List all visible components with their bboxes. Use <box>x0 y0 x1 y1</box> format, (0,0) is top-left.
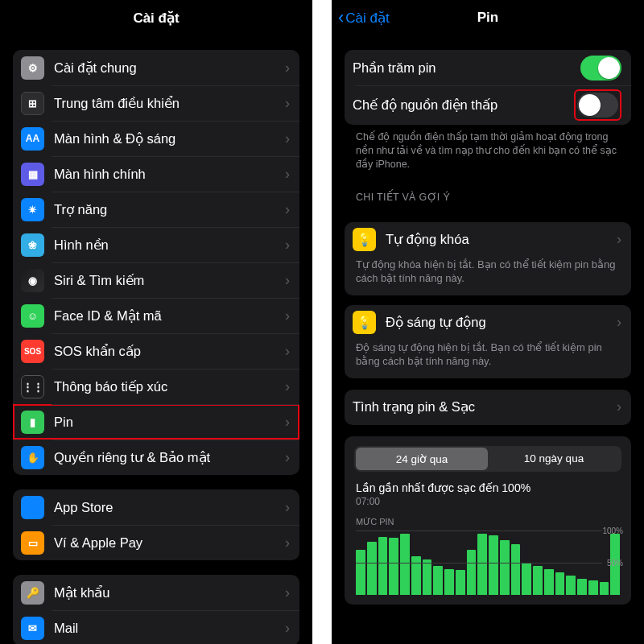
settings-row-label: Mật khẩu <box>54 585 285 601</box>
home-screen-icon: ▦ <box>21 163 44 186</box>
suggestion-autolock[interactable]: 💡 Tự động khóa › Tự động khóa hiện bị tắ… <box>345 222 631 295</box>
chevron-right-icon: › <box>285 201 290 218</box>
settings-row-label: Face ID & Mật mã <box>54 308 285 324</box>
faceid-icon: ☺ <box>21 304 44 328</box>
chart-bar <box>356 550 365 595</box>
chart-bar <box>423 559 432 595</box>
chart-bar <box>367 542 377 595</box>
settings-row-label: Siri & Tìm kiếm <box>54 273 285 288</box>
segment-10d[interactable]: 10 ngày qua <box>488 448 620 470</box>
settings-row-label: App Store <box>54 500 285 515</box>
chevron-right-icon: › <box>285 130 290 147</box>
chart-bar <box>467 550 477 595</box>
autobright-title: Độ sáng tự động <box>386 315 617 330</box>
settings-row-passwords[interactable]: 🔑Mật khẩu› <box>13 575 299 610</box>
settings-group: ⚙︎Cài đặt chung›⊞Trung tâm điều khiển›AA… <box>13 50 299 475</box>
chart-bar <box>577 579 587 595</box>
chart-bar <box>456 570 465 594</box>
settings-row-mail[interactable]: ✉︎Mail› <box>13 610 299 644</box>
settings-row-home-screen[interactable]: ▦Màn hình chính› <box>13 156 299 192</box>
chart-bar <box>500 540 510 595</box>
settings-row-control-center[interactable]: ⊞Trung tâm điều khiển› <box>13 85 299 121</box>
axis-50: 50% <box>607 559 623 568</box>
settings-row-label: Màn hình & Độ sáng <box>54 131 285 147</box>
chevron-right-icon: › <box>285 308 290 324</box>
appstore-icon <box>21 496 44 519</box>
settings-row-battery[interactable]: ▮Pin› <box>13 404 299 440</box>
settings-row-appstore[interactable]: App Store› <box>13 489 299 525</box>
chevron-right-icon: › <box>285 449 290 466</box>
settings-row-label: Màn hình chính <box>54 167 285 182</box>
battery-health-group: Tình trạng pin & Sạc › <box>345 390 631 425</box>
battery-title: Pin <box>477 10 498 26</box>
suggestion-autobright[interactable]: 💡 Độ sáng tự động › Độ sáng tự động hiện… <box>345 305 631 378</box>
chevron-right-icon: › <box>285 378 290 395</box>
back-label: Cài đặt <box>345 10 389 27</box>
chevron-right-icon: › <box>285 60 290 76</box>
segment-24h[interactable]: 24 giờ qua <box>356 448 488 470</box>
chevron-right-icon: › <box>617 398 621 415</box>
settings-row-wallpaper[interactable]: ❀Hình nền› <box>13 227 299 262</box>
settings-row-sos[interactable]: SOSSOS khẩn cấp› <box>13 333 299 369</box>
chart-bar <box>389 538 398 594</box>
last-charge-time: 07:00 <box>356 496 620 507</box>
chart-bar <box>588 580 598 595</box>
settings-row-wallet[interactable]: ▭Ví & Apple Pay› <box>13 525 299 560</box>
wallpaper-icon: ❀ <box>21 233 44 257</box>
low-power-switch[interactable] <box>577 93 618 118</box>
back-button[interactable]: ‹ Cài đặt <box>338 0 390 35</box>
battery-chart: 100% 50% <box>356 530 620 595</box>
settings-row-exposure[interactable]: ⋮⋮Thông báo tiếp xúc› <box>13 369 299 404</box>
display-icon: AA <box>21 127 44 151</box>
chevron-right-icon: › <box>285 499 290 516</box>
settings-row-label: Thông báo tiếp xúc <box>54 379 285 394</box>
settings-row-label: Pin <box>54 415 285 430</box>
chart-bar <box>378 537 388 595</box>
settings-header: Cài đặt <box>0 0 312 35</box>
level-label: MỨC PIN <box>345 509 631 530</box>
settings-row-privacy[interactable]: ✋Quyền riêng tư & Bảo mật› <box>13 440 299 475</box>
chevron-right-icon: › <box>285 343 290 360</box>
settings-row-label: Hình nền <box>54 237 285 253</box>
chevron-right-icon: › <box>285 166 290 183</box>
autobright-desc: Độ sáng tự động hiện bị tắt. Bạn có thể … <box>345 341 631 378</box>
wallet-icon: ▭ <box>21 531 44 555</box>
settings-row-display[interactable]: AAMàn hình & Độ sáng› <box>13 121 299 156</box>
usage-group: 24 giờ qua 10 ngày qua Lần gần nhất được… <box>345 436 631 605</box>
low-power-row[interactable]: Chế độ nguồn điện thấp <box>345 85 631 125</box>
control-center-icon: ⊞ <box>21 92 44 115</box>
chart-bar <box>555 572 565 595</box>
bulb-icon: 💡 <box>353 228 376 251</box>
siri-icon: ◉ <box>21 269 44 292</box>
gear-icon: ⚙︎ <box>21 56 44 80</box>
autolock-desc: Tự động khóa hiện bị tắt. Bạn có thể tiế… <box>345 258 631 295</box>
settings-row-siri[interactable]: ◉Siri & Tìm kiếm› <box>13 262 299 298</box>
settings-row-faceid[interactable]: ☺Face ID & Mật mã› <box>13 298 299 333</box>
chevron-right-icon: › <box>285 584 290 601</box>
passwords-icon: 🔑 <box>21 581 44 605</box>
privacy-icon: ✋ <box>21 446 44 469</box>
battery-percent-row[interactable]: Phần trăm pin <box>345 50 631 85</box>
battery-header: ‹ Cài đặt Pin <box>332 0 644 35</box>
autolock-title: Tự động khóa <box>386 232 617 247</box>
chart-bar <box>533 566 543 595</box>
battery-percent-switch[interactable] <box>580 56 621 80</box>
battery-health-row[interactable]: Tình trạng pin & Sạc › <box>345 390 631 425</box>
axis-100: 100% <box>602 526 623 535</box>
chart-bar <box>489 535 498 595</box>
chart-bar <box>522 563 531 595</box>
settings-screen: Cài đặt ⚙︎Cài đặt chung›⊞Trung tâm điều … <box>0 0 312 644</box>
chart-bar <box>544 569 554 595</box>
settings-row-gear[interactable]: ⚙︎Cài đặt chung› <box>13 50 299 85</box>
last-charge-title: Lần gần nhất được sạc đến 100% <box>356 481 620 494</box>
settings-row-accessibility[interactable]: ✴︎Trợ năng› <box>13 192 299 227</box>
settings-row-label: Ví & Apple Pay <box>54 535 285 551</box>
chevron-left-icon: ‹ <box>338 9 344 27</box>
time-segment[interactable]: 24 giờ qua 10 ngày qua <box>354 446 621 472</box>
settings-row-label: Trung tâm điều khiển <box>54 96 285 111</box>
chart-bar <box>600 582 609 595</box>
chart-bar <box>433 566 443 595</box>
chevron-right-icon: › <box>285 237 290 254</box>
chart-bar <box>444 569 454 595</box>
battery-screen: ‹ Cài đặt Pin Phần trăm pin Chế độ nguồn… <box>332 0 644 644</box>
